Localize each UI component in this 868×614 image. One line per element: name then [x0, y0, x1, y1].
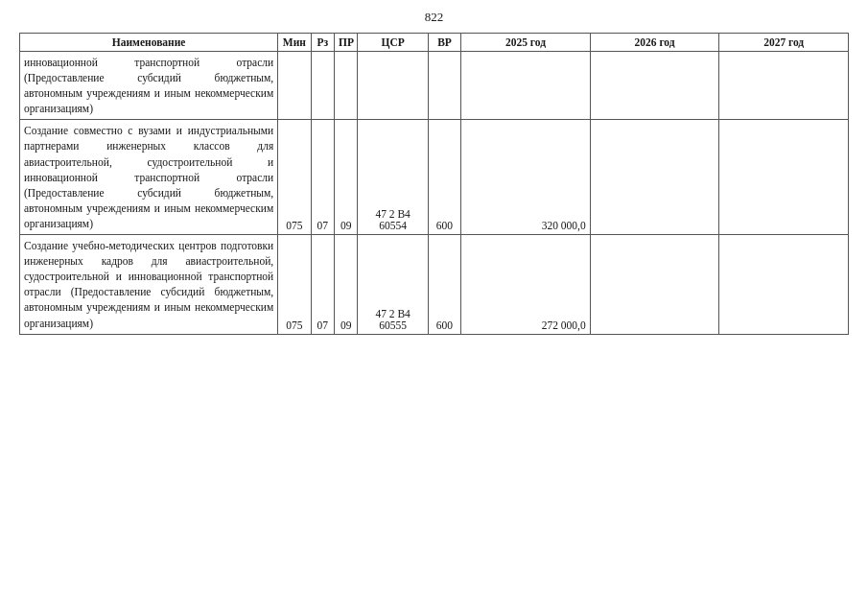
table-header-row: Наименование Мин Рз ПР ЦСР ВР 2025 год 2…	[20, 34, 849, 52]
header-tsr: ЦСР	[358, 34, 428, 52]
header-rz: Рз	[311, 34, 334, 52]
row1-vr	[428, 52, 460, 120]
header-vr: ВР	[428, 34, 460, 52]
header-2025: 2025 год	[461, 34, 591, 52]
row3-tsr: 47 2 В4 60555	[358, 235, 428, 335]
table-row: Создание учебно-методических центров под…	[20, 235, 849, 335]
page-number: 822	[19, 10, 849, 25]
row3-pr: 09	[334, 235, 357, 335]
row2-vr: 600	[428, 120, 460, 235]
row1-2027	[719, 52, 849, 120]
row3-min: 075	[278, 235, 311, 335]
budget-table: Наименование Мин Рз ПР ЦСР ВР 2025 год 2…	[19, 33, 849, 335]
row2-name: Создание совместно с вузами и индустриал…	[20, 120, 278, 235]
header-2027: 2027 год	[719, 34, 849, 52]
row2-pr: 09	[334, 120, 357, 235]
header-pr: ПР	[334, 34, 357, 52]
table-row: инновационной транспортной отрасли (Пред…	[20, 52, 849, 120]
row1-rz	[311, 52, 334, 120]
row2-tsr: 47 2 В4 60554	[358, 120, 428, 235]
row3-2027	[719, 235, 849, 335]
table-row: Создание совместно с вузами и индустриал…	[20, 120, 849, 235]
row1-pr	[334, 52, 357, 120]
row3-2026	[590, 235, 719, 335]
row3-vr: 600	[428, 235, 460, 335]
row2-rz: 07	[311, 120, 334, 235]
row1-min	[278, 52, 311, 120]
header-name: Наименование	[20, 34, 278, 52]
row3-rz: 07	[311, 235, 334, 335]
row2-2026	[590, 120, 719, 235]
row2-min: 075	[278, 120, 311, 235]
row1-name: инновационной транспортной отрасли (Пред…	[20, 52, 278, 120]
row3-2025: 272 000,0	[461, 235, 591, 335]
row2-2027	[719, 120, 849, 235]
row1-tsr	[358, 52, 428, 120]
header-2026: 2026 год	[590, 34, 719, 52]
row3-name: Создание учебно-методических центров под…	[20, 235, 278, 335]
row1-2025	[461, 52, 591, 120]
row1-2026	[590, 52, 719, 120]
header-min: Мин	[278, 34, 311, 52]
row2-2025: 320 000,0	[461, 120, 591, 235]
